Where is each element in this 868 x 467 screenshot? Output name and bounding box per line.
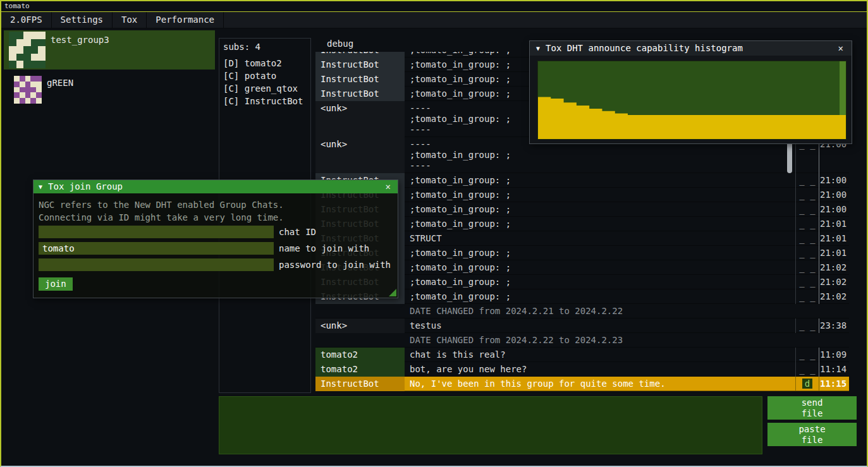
message-time: 21:00 <box>819 173 849 188</box>
sender-name: <unk> <box>315 137 405 173</box>
sender-name <box>315 304 405 318</box>
message-status: _ _ <box>795 173 819 188</box>
sender-name: InstructBot <box>315 52 405 58</box>
collapse-arrow-icon[interactable]: ▼ <box>39 181 42 192</box>
member-item[interactable]: [C] potato <box>223 70 307 82</box>
chat-debug-header[interactable]: debug <box>327 39 353 49</box>
message-time: 11:14 <box>819 362 849 377</box>
date-changed-text: DATE CHANGED from 2024.2.21 to 2024.2.22 <box>405 304 795 318</box>
join-group-window: ▼ Tox join Group ✕ NGC refers to the New… <box>33 179 398 298</box>
join-name-input[interactable] <box>39 242 274 255</box>
dht-histogram-plot <box>537 61 847 140</box>
group-name: test_group3 <box>51 32 109 45</box>
message-text: ;tomato_in_group: ; <box>405 217 795 231</box>
menu-item-performance[interactable]: Performance <box>147 12 224 28</box>
sender-name <box>315 333 405 348</box>
member-item[interactable]: [D] tomato2 <box>223 57 307 70</box>
message-time: 21:01 <box>819 231 849 246</box>
sender-name: tomato2 <box>315 348 405 362</box>
message-text: testus <box>405 318 795 333</box>
dht-histogram-titlebar[interactable]: ▼ Tox DHT announce capability histogram … <box>530 41 852 56</box>
menu-item-tox[interactable]: Tox <box>113 12 147 28</box>
chat-id-input[interactable] <box>39 226 274 238</box>
message-time: 21:00 <box>819 202 849 217</box>
message-time: 11:15 <box>819 377 849 391</box>
message-status: d <box>795 377 819 391</box>
message-composer <box>219 396 762 454</box>
menu-item-settings[interactable]: Settings <box>52 12 113 28</box>
message-status: _ _ <box>795 188 819 202</box>
resize-grip[interactable] <box>389 289 396 296</box>
menu-bar: 2.0FPSSettingsToxPerformance <box>1 12 867 28</box>
date-separator-row: DATE CHANGED from 2024.2.22 to 2024.2.23 <box>315 333 849 348</box>
group-item-test_group3[interactable]: test_group3 <box>4 30 215 70</box>
join-info-line: Connecting via ID might take a very long… <box>39 211 393 224</box>
close-icon[interactable]: ✕ <box>384 181 393 192</box>
message-text: ;tomato_in_group: ; <box>405 275 795 289</box>
join-group-title: Tox join Group <box>48 181 384 192</box>
histogram-series <box>538 97 846 139</box>
message-status: _ _ <box>795 202 819 217</box>
message-text: ;tomato_in_group: ; <box>405 289 795 304</box>
message-text: ;tomato_in_group: ; <box>405 246 795 260</box>
sender-name: <unk> <box>315 101 405 137</box>
message-status: _ _ <box>795 231 819 246</box>
join-group-titlebar[interactable]: ▼ Tox join Group ✕ <box>34 180 398 193</box>
date-separator-row: DATE CHANGED from 2024.2.21 to 2024.2.22 <box>315 304 849 318</box>
message-time: 21:01 <box>819 246 849 260</box>
collapse-arrow-icon[interactable]: ▼ <box>536 43 540 54</box>
app-window: tomato 2.0FPSSettingsToxPerformance test… <box>0 0 868 467</box>
member-list: [D] tomato2[C] potato[C] green_qtox[C] I… <box>223 57 307 107</box>
message-text: No, I've been in this group for quite so… <box>405 377 795 391</box>
join-group-body: NGC refers to the New DHT enabled Group … <box>34 193 398 296</box>
chat-message-row[interactable]: InstructBotNo, I've been in this group f… <box>315 377 849 391</box>
message-status: _ _ <box>795 217 819 231</box>
message-time: 21:02 <box>819 289 849 304</box>
send-file-button[interactable]: send file <box>767 396 857 420</box>
message-text: chat is this real? <box>405 348 795 362</box>
date-changed-text: DATE CHANGED from 2024.2.22 to 2024.2.23 <box>405 333 795 348</box>
message-status: _ _ <box>795 275 819 289</box>
sender-name: tomato2 <box>315 362 405 377</box>
sender-name: InstructBot <box>315 87 405 101</box>
window-titlebar[interactable]: tomato <box>1 1 867 12</box>
group-name: gREEN <box>47 75 73 88</box>
message-status: _ _ <box>795 318 819 333</box>
message-status: _ _ <box>795 246 819 260</box>
message-status: _ _ <box>795 362 819 377</box>
message-time: 11:09 <box>819 348 849 362</box>
group-avatar <box>14 76 42 104</box>
message-text: ;tomato_in_group: ; <box>405 188 795 202</box>
chat-message-row[interactable]: tomato2chat is this real?_ _11:09 <box>315 348 849 362</box>
message-status: _ _ <box>795 260 819 275</box>
join-name-label: name to join with <box>279 243 369 254</box>
member-item[interactable]: [C] green_qtox <box>223 82 307 95</box>
message-text: ;tomato_in_group: ; <box>405 260 795 275</box>
message-status: _ _ <box>795 348 819 362</box>
group-item-green[interactable]: gREEN <box>4 73 215 105</box>
member-item[interactable]: [C] InstructBot <box>223 95 307 107</box>
join-info-line: NGC refers to the New DHT enabled Group … <box>39 198 393 211</box>
group-avatar <box>9 32 46 68</box>
delivered-badge: d <box>802 379 812 389</box>
message-time: 21:02 <box>819 275 849 289</box>
members-header: subs: 4 <box>223 42 307 52</box>
chat-message-row[interactable]: tomato2bot, are you new here?_ _11:14 <box>315 362 849 377</box>
message-text: ;tomato_in_group: ; <box>405 173 795 188</box>
paste-file-button[interactable]: paste file <box>767 423 857 446</box>
message-time: 21:02 <box>819 260 849 275</box>
message-text: ;tomato_in_group: ; <box>405 202 795 217</box>
join-password-input[interactable] <box>39 258 274 271</box>
join-button[interactable]: join <box>39 277 73 291</box>
join-password-label: password to join with <box>279 260 391 270</box>
chat-message-row[interactable]: <unk>testus_ _23:38 <box>315 318 849 333</box>
dht-histogram-window: ▼ Tox DHT announce capability histogram … <box>529 40 852 144</box>
message-time: 21:01 <box>819 217 849 231</box>
fps-indicator: 2.0FPS <box>1 12 52 28</box>
group-list: test_group3gREEN <box>4 30 215 105</box>
message-input[interactable] <box>219 397 762 454</box>
message-status: _ _ <box>795 289 819 304</box>
message-text: bot, are you new here? <box>405 362 795 377</box>
close-icon[interactable]: ✕ <box>836 43 845 54</box>
sender-name: InstructBot <box>315 58 405 72</box>
